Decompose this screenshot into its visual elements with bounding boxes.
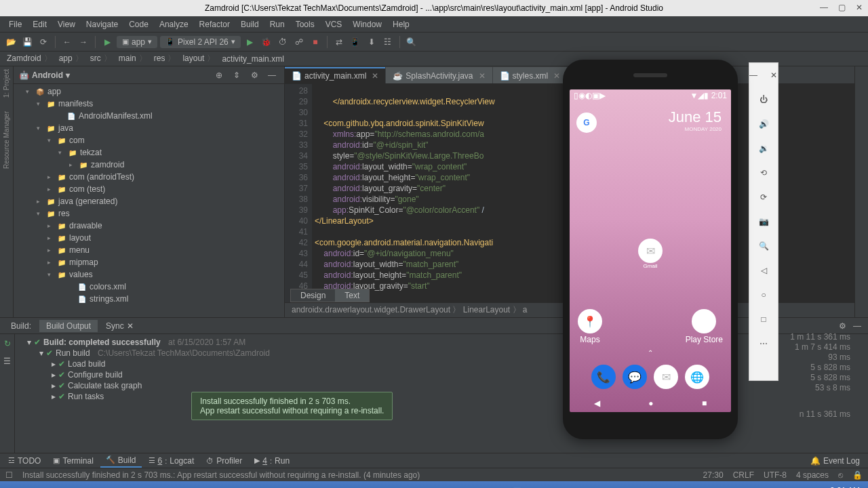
tree-item[interactable]: ▾📁values <box>14 268 284 281</box>
crumb[interactable]: main <box>116 52 150 65</box>
search-icon[interactable]: 🔍 <box>405 35 418 49</box>
rotate-right-icon[interactable]: ⟳ <box>755 189 772 205</box>
outlook-icon[interactable]: O <box>127 483 157 488</box>
collapse-icon[interactable]: ⇕ <box>230 68 243 82</box>
maximize-button[interactable]: ▢ <box>835 1 848 14</box>
crumb[interactable]: res <box>151 52 179 65</box>
powerpoint-icon[interactable]: P <box>159 483 189 488</box>
editor-tab[interactable]: ☕SplashActivity.java✕ <box>386 67 492 83</box>
open-icon[interactable]: 📂 <box>4 35 18 49</box>
tree-item[interactable]: ▾📁tekzat <box>14 146 284 159</box>
chrome-app-icon[interactable]: 🌐 <box>685 365 709 389</box>
emu-minimize-icon[interactable]: — <box>745 67 762 83</box>
project-tree[interactable]: ▾📦app▾📁manifests📄AndroidManifest.xml▾📁ja… <box>14 84 284 317</box>
crumb[interactable]: activity_main.xml <box>219 54 289 64</box>
tree-item[interactable]: 📄strings.xml <box>14 293 284 305</box>
menu-code[interactable]: Code <box>124 18 153 30</box>
forward-icon[interactable]: → <box>77 35 90 49</box>
terminal-tab[interactable]: ▣ Terminal <box>47 455 98 467</box>
tree-item[interactable]: ▾📁java <box>14 122 284 134</box>
project-tab[interactable]: 1: Project <box>3 69 10 98</box>
save-icon[interactable]: 💾 <box>502 483 532 488</box>
sync-icon[interactable]: ⇄ <box>332 35 346 49</box>
tree-item[interactable]: ▾📁com <box>14 134 284 146</box>
gear-icon[interactable]: ⚙ <box>248 68 261 82</box>
tree-item[interactable]: ▸📁com (test) <box>14 183 284 195</box>
run-icon[interactable]: ▶ <box>243 35 257 49</box>
indent-indicator[interactable]: 4 spaces <box>796 470 829 480</box>
profile-icon[interactable]: ⏱ <box>276 35 290 49</box>
emu-close-icon[interactable]: ✕ <box>766 67 782 83</box>
gmail-app-icon[interactable]: ✉ <box>638 239 663 263</box>
rerun-icon[interactable]: ↻ <box>1 337 14 350</box>
menu-navigate[interactable]: Navigate <box>81 18 123 30</box>
run-tab[interactable]: ▶ 4: Run <box>249 455 295 467</box>
gmail-dock-icon[interactable]: ✉ <box>654 365 678 389</box>
tree-item[interactable]: ▸📁mipmap <box>14 256 284 268</box>
sdk-icon[interactable]: ⬇ <box>365 35 378 49</box>
design-tab[interactable]: Design <box>291 289 335 302</box>
camera-icon[interactable]: 📷 <box>755 214 772 230</box>
text-tab[interactable]: Text <box>335 289 369 302</box>
avd-manager-icon[interactable]: 📱 <box>349 35 362 49</box>
menu-file[interactable]: File <box>4 18 26 30</box>
crumb[interactable]: layout <box>180 52 218 65</box>
logcat-tab[interactable]: ☰ 6: Logcat <box>143 455 200 467</box>
crumb[interactable]: app <box>56 52 86 65</box>
android-studio-icon[interactable]: 🧭 <box>408 483 438 488</box>
playstore-app[interactable]: ▶Play Store <box>686 309 723 344</box>
resource-manager-tab[interactable]: Resource Manager <box>3 111 10 169</box>
file-encoding[interactable]: UTF-8 <box>764 470 787 480</box>
editor-tab[interactable]: 📄activity_main.xml✕ <box>285 67 385 83</box>
tree-item[interactable]: ▸📁menu <box>14 244 284 256</box>
back-icon[interactable]: ← <box>60 35 74 49</box>
attach-icon[interactable]: ☍ <box>292 35 306 49</box>
menu-help[interactable]: Help <box>388 18 414 30</box>
excel-icon[interactable]: X <box>65 483 95 488</box>
ie-icon[interactable]: ⓔ <box>3 483 33 488</box>
phone-screen[interactable]: ▯◉◐▣▶▼◢▮ 2:01 G June 15 MONDAY 2020 ✉ Gm… <box>570 89 731 412</box>
menu-edit[interactable]: Edit <box>28 18 52 30</box>
volume-down-icon[interactable]: 🔉 <box>755 140 772 157</box>
more-icon[interactable]: ⋯ <box>755 336 772 352</box>
tree-item[interactable]: ▾📁manifests <box>14 98 284 110</box>
emu-overview-icon[interactable]: □ <box>755 311 772 327</box>
app5-icon[interactable]: ▦ <box>252 483 282 488</box>
build-gear-icon[interactable]: ⚙ <box>835 319 849 333</box>
volume-up-icon[interactable]: 🔊 <box>755 116 772 132</box>
sync-tab[interactable]: Sync ✕ <box>99 320 140 332</box>
maps-app[interactable]: 📍Maps <box>578 309 602 344</box>
menu-analyze[interactable]: Analyze <box>155 18 193 30</box>
lock-icon[interactable]: 🔒 <box>852 470 863 480</box>
menu-build[interactable]: Build <box>236 18 264 30</box>
messages-app-icon[interactable]: 💬 <box>623 365 647 389</box>
emu-home-icon[interactable]: ○ <box>755 287 772 303</box>
tree-item[interactable]: ▸📁zamdroid <box>14 159 284 171</box>
menu-window[interactable]: Window <box>348 18 387 30</box>
device-selector[interactable]: 📱 Pixel 2 API 26 ▾ <box>160 36 241 48</box>
save-icon[interactable]: 💾 <box>20 35 34 49</box>
rotate-left-icon[interactable]: ⟲ <box>755 165 772 181</box>
crumb[interactable]: Zamdroid <box>4 52 55 65</box>
menu-run[interactable]: Run <box>265 18 290 30</box>
refresh-icon[interactable]: ⟳ <box>37 35 50 49</box>
filter-icon[interactable]: ☰ <box>1 354 14 368</box>
build-tab[interactable]: 🔨 Build <box>100 454 142 468</box>
zoom-icon[interactable]: 🔍 <box>755 238 772 254</box>
tree-item[interactable]: ▸📁java (generated) <box>14 195 284 207</box>
chrome-icon[interactable]: 🌐 <box>346 483 376 488</box>
menu-refactor[interactable]: Refactor <box>195 18 235 30</box>
hide-icon[interactable]: — <box>265 68 279 82</box>
phone-app-icon[interactable]: 📞 <box>591 365 616 389</box>
close-button[interactable]: ✕ <box>853 1 865 14</box>
tree-item[interactable]: 📄colors.xml <box>14 281 284 293</box>
word-icon[interactable]: W <box>190 483 220 488</box>
onenote-icon[interactable]: N <box>96 483 126 488</box>
menu-view[interactable]: View <box>53 18 80 30</box>
tree-item[interactable]: ▾📁res <box>14 207 284 220</box>
target-icon[interactable]: ⊕ <box>212 68 226 82</box>
run-config-selector[interactable]: ▣ app ▾ <box>117 36 157 48</box>
context-icon[interactable]: ⎋ <box>838 470 843 480</box>
firefox-icon[interactable]: 🦊 <box>221 483 251 488</box>
build-hide-icon[interactable]: — <box>850 319 864 333</box>
